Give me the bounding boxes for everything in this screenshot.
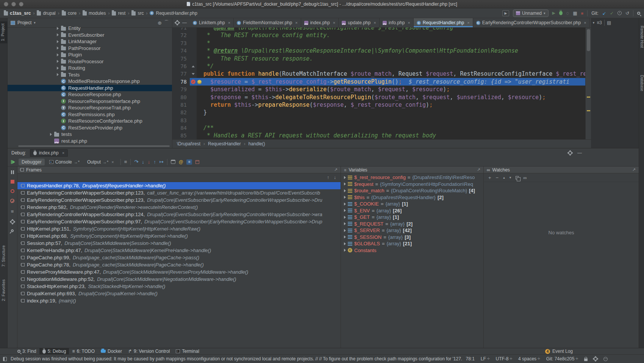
- code-line[interactable]: 84 /**: [172, 124, 591, 132]
- remove-watch-icon[interactable]: −: [496, 175, 499, 181]
- gutter-icon-area[interactable]: [190, 93, 197, 101]
- tool-window-button-docker[interactable]: Docker: [98, 348, 125, 354]
- close-icon[interactable]: ×: [111, 160, 114, 164]
- gutter-icon-area[interactable]: [190, 31, 197, 39]
- tree-item[interactable]: Tests: [8, 72, 172, 78]
- caret-position[interactable]: 78:1: [466, 356, 475, 361]
- chevron-right-icon[interactable]: [57, 53, 59, 56]
- profiler-icon[interactable]: ▦: [573, 11, 577, 16]
- stack-frame-row[interactable]: HttpKernel.php:68,Symfony|Component|Http…: [17, 232, 341, 240]
- gutter-icon-area[interactable]: [190, 124, 197, 132]
- expand-chevron-icon[interactable]: [344, 203, 346, 206]
- breadcrumb-item[interactable]: core: [62, 11, 77, 16]
- gutter-icon-area[interactable]: [190, 39, 197, 47]
- pin-icon[interactable]: [11, 229, 14, 233]
- debug-view-tab[interactable]: Debugger: [19, 159, 45, 165]
- presenter-icon[interactable]: ▶: [502, 10, 509, 16]
- editor-tab[interactable]: phpinfo.php×: [380, 18, 414, 27]
- stack-frame-row[interactable]: Session.php:57,Drupal|Core|StackMiddlewa…: [17, 240, 341, 247]
- variable-row[interactable]: $_GET = {array}[1]: [341, 214, 483, 221]
- expand-chevron-icon[interactable]: [344, 242, 346, 245]
- step-out-icon[interactable]: ↑: [153, 159, 156, 165]
- gutter-icon-area[interactable]: [190, 132, 197, 139]
- editor-breadcrumb-item[interactable]: handle(): [249, 141, 265, 146]
- project-hscrollbar[interactable]: [18, 145, 170, 147]
- show-watches-icon[interactable]: ∞: [523, 175, 527, 181]
- clear-icon[interactable]: [195, 160, 199, 164]
- hidden-tabs-icon[interactable]: ≡3: [597, 20, 602, 25]
- editor-vscrollbar[interactable]: [587, 29, 590, 51]
- tree-item[interactable]: CResourceResponse.php: [8, 91, 172, 98]
- line-number[interactable]: 75: [172, 55, 190, 62]
- gutter-icon-area[interactable]: [190, 70, 197, 78]
- breadcrumb-item[interactable]: CRequestHandler.php: [150, 11, 197, 16]
- line-number[interactable]: 72: [172, 31, 190, 39]
- code-line[interactable]: 73 *: [172, 39, 591, 47]
- hide-panel-icon[interactable]: —: [577, 150, 582, 156]
- code-line[interactable]: 77 public function handle(RouteMatchInte…: [172, 70, 591, 78]
- gear-icon[interactable]: [594, 357, 597, 361]
- code-line[interactable]: 79 $unserialized = $this->deserialize($r…: [172, 86, 591, 93]
- gutter-icon-area[interactable]: [190, 101, 197, 109]
- editor-tab[interactable]: CRequestHandler.php×: [414, 18, 473, 27]
- gutter-icon-area[interactable]: [190, 109, 197, 116]
- mark-object-icon[interactable]: @: [179, 159, 183, 165]
- debug-session-tab[interactable]: index.php ×: [30, 149, 68, 157]
- panel-options-icon[interactable]: ↗: [477, 167, 480, 172]
- gear-icon[interactable]: [568, 151, 572, 155]
- stack-frame-row[interactable]: DrupalKernel.php:693,Drupal|Core|DrupalK…: [17, 290, 341, 297]
- chevron-right-icon[interactable]: [57, 47, 59, 50]
- evaluate-expression-icon[interactable]: [171, 160, 175, 164]
- close-icon[interactable]: ×: [408, 20, 410, 25]
- gutter-icon-area[interactable]: [190, 117, 197, 124]
- variable-row[interactable]: $this = {Drupal\rest\RequestHandler}[2]: [341, 194, 483, 201]
- variable-row[interactable]: $_COOKIE = {array}[1]: [341, 201, 483, 207]
- close-icon[interactable]: ×: [62, 151, 64, 155]
- code-line[interactable]: 83: [172, 117, 591, 124]
- variable-row[interactable]: $_SESSION = {array}[3]: [341, 234, 483, 241]
- expand-chevron-icon[interactable]: [344, 229, 346, 232]
- chevron-down-icon[interactable]: ▾: [34, 21, 36, 25]
- tree-item[interactable]: EventSubscriber: [8, 32, 172, 39]
- tool-window-button-6-todo[interactable]: ≡6: TODO: [69, 348, 98, 354]
- tool-window-button-terminal[interactable]: ›Terminal: [173, 348, 202, 354]
- warning-mark[interactable]: [587, 97, 590, 98]
- inline-values-icon[interactable]: ≡: [186, 159, 192, 165]
- code-line[interactable]: 72 * The REST resource config entity.: [172, 31, 591, 39]
- intention-bulb-icon[interactable]: [197, 80, 202, 84]
- stack-frame-row[interactable]: ReverseProxyMiddleware.php:47,Drupal|Cor…: [17, 268, 341, 276]
- step-over-icon[interactable]: ↷: [134, 159, 138, 165]
- code-line[interactable]: 81 return $this->prepareResponse($respon…: [172, 101, 591, 109]
- line-number[interactable]: 77: [172, 70, 190, 78]
- breadcrumb-item[interactable]: drupal: [37, 11, 55, 16]
- close-icon[interactable]: ×: [374, 20, 376, 25]
- fold-icon[interactable]: [192, 65, 195, 67]
- editor-tab[interactable]: phpupdate.php×: [339, 18, 380, 27]
- show-execution-point-icon[interactable]: ≡: [124, 159, 127, 165]
- step-into-icon[interactable]: ↓: [142, 159, 144, 165]
- tree-item[interactable]: CRestPermissions.php: [8, 111, 172, 118]
- rollback-icon[interactable]: ↺: [625, 11, 629, 16]
- run-to-cursor-icon[interactable]: ↦: [159, 159, 164, 165]
- stack-frame-row[interactable]: StackedHttpKernel.php:23,Stack|StackedHt…: [17, 283, 341, 290]
- previous-frame-icon[interactable]: ↑: [327, 175, 329, 180]
- gutter-icon-area[interactable]: ✓: [190, 78, 197, 86]
- stack-frame-row[interactable]: HttpKernel.php:151,Symfony|Component|Htt…: [17, 225, 341, 232]
- line-number[interactable]: 85: [172, 132, 190, 139]
- tree-item[interactable]: IRestResourceConfigInterface.php: [8, 118, 172, 125]
- line-number[interactable]: 80: [172, 93, 190, 101]
- inspector-icon[interactable]: [603, 357, 608, 361]
- chevron-right-icon[interactable]: [57, 27, 59, 30]
- expand-chevron-icon[interactable]: [344, 182, 346, 185]
- line-number[interactable]: 73: [172, 39, 190, 47]
- chevron-right-icon[interactable]: [57, 33, 59, 36]
- settings-gear-icon[interactable]: [11, 220, 14, 224]
- debug-view-tab[interactable]: ▸Console→*: [46, 159, 83, 165]
- line-number[interactable]: 78: [172, 78, 190, 86]
- variable-row[interactable]: $_SERVER = {array}[42]: [341, 227, 483, 234]
- tool-window-button-5-debug[interactable]: 5: Debug: [39, 348, 69, 354]
- add-watch-icon[interactable]: +: [488, 175, 491, 181]
- zoom-button[interactable]: [19, 2, 23, 6]
- close-icon[interactable]: ×: [228, 20, 230, 25]
- tree-item[interactable]: IResourceResponseInterface.php: [8, 98, 172, 105]
